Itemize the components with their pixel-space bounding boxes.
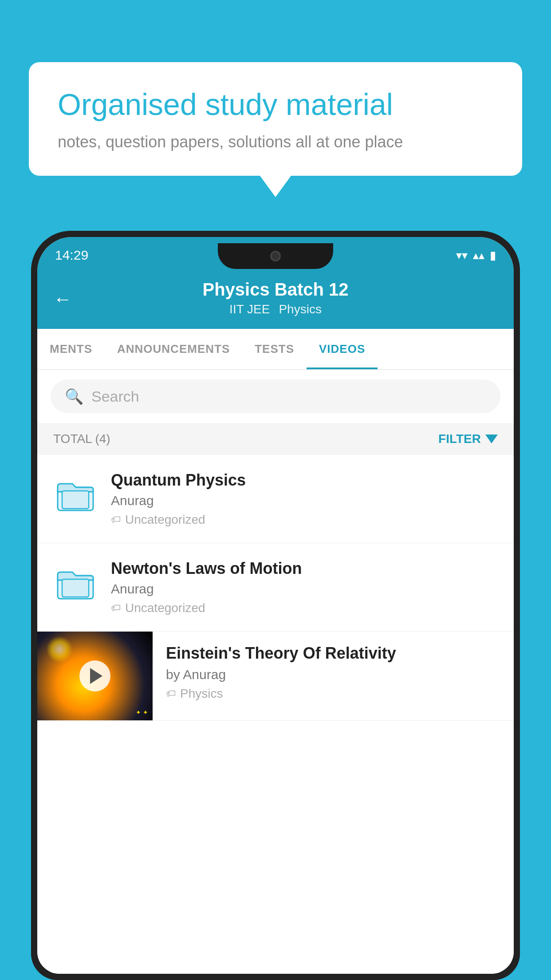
speech-bubble-wrapper: Organised study material notes, question…	[29, 62, 522, 176]
header-subtitle: IIT JEE Physics	[229, 302, 322, 316]
status-time: 14:29	[55, 248, 88, 263]
video-title: Quantum Physics	[111, 471, 498, 490]
tabs-bar: MENTS ANNOUNCEMENTS TESTS VIDEOS	[37, 329, 514, 370]
search-input[interactable]: Search	[91, 388, 139, 405]
video-tag: 🏷 Uncategorized	[111, 513, 498, 527]
tag-icon: 🏷	[111, 514, 121, 526]
play-button[interactable]	[79, 660, 110, 692]
folder-icon	[55, 564, 95, 604]
video-thumbnail: ✦ ✦	[37, 632, 153, 720]
tag-label: Uncategorized	[125, 513, 205, 527]
tab-ments[interactable]: MENTS	[37, 329, 105, 369]
video-author: Anurag	[111, 493, 498, 508]
search-bar[interactable]: 🔍 Search	[51, 379, 500, 413]
wifi-icon: ▾▾	[456, 249, 468, 262]
speech-bubble-title: Organised study material	[58, 87, 493, 123]
video-title: Newton's Laws of Motion	[111, 559, 498, 578]
volume-up-button[interactable]	[31, 364, 32, 404]
phone-notch	[218, 243, 333, 269]
tab-tests[interactable]: TESTS	[242, 329, 307, 369]
phone-frame: 14:29 ▾▾ ▴▴ ▮ ← Physics Batch 12 IIT JEE…	[31, 231, 520, 980]
back-button[interactable]: ←	[53, 288, 72, 310]
app-header: ← Physics Batch 12 IIT JEE Physics	[37, 269, 514, 329]
tag-icon: 🏷	[111, 602, 121, 614]
tab-announcements[interactable]: ANNOUNCEMENTS	[105, 329, 242, 369]
video-tag: 🏷 Physics	[166, 687, 500, 701]
phone-screen: 14:29 ▾▾ ▴▴ ▮ ← Physics Batch 12 IIT JEE…	[37, 237, 514, 974]
tag-icon: 🏷	[166, 688, 176, 699]
battery-icon: ▮	[490, 249, 496, 262]
speech-bubble: Organised study material notes, question…	[29, 62, 522, 176]
video-tag: 🏷 Uncategorized	[111, 601, 498, 615]
filter-button[interactable]: FILTER	[438, 432, 498, 446]
speech-bubble-subtitle: notes, question papers, solutions all at…	[58, 133, 493, 151]
front-camera	[270, 251, 281, 261]
power-button[interactable]	[519, 391, 520, 453]
svg-rect-1	[62, 491, 89, 509]
video-author: Anurag	[111, 581, 498, 597]
svg-rect-3	[62, 579, 89, 597]
list-item[interactable]: ✦ ✦ Einstein's Theory Of Relativity by A…	[37, 632, 514, 721]
total-count: TOTAL (4)	[53, 432, 110, 446]
list-item[interactable]: Quantum Physics Anurag 🏷 Uncategorized	[37, 455, 514, 543]
status-icons: ▾▾ ▴▴ ▮	[456, 249, 496, 262]
search-section: 🔍 Search	[37, 370, 514, 423]
video-list: Quantum Physics Anurag 🏷 Uncategorized	[37, 455, 514, 974]
volume-down-button[interactable]	[31, 417, 32, 457]
folder-icon-container	[53, 559, 98, 608]
tag-label: Uncategorized	[125, 601, 205, 615]
filter-icon	[485, 435, 498, 443]
video-info: Einstein's Theory Of Relativity by Anura…	[153, 632, 514, 713]
video-info: Quantum Physics Anurag 🏷 Uncategorized	[111, 471, 498, 527]
header-subtitle-iitjee: IIT JEE	[229, 302, 270, 316]
play-icon	[90, 668, 102, 684]
video-author: by Anurag	[166, 667, 500, 682]
folder-icon-container	[53, 471, 98, 520]
tab-videos[interactable]: VIDEOS	[307, 329, 378, 369]
video-title: Einstein's Theory Of Relativity	[166, 644, 500, 663]
list-item[interactable]: Newton's Laws of Motion Anurag 🏷 Uncateg…	[37, 543, 514, 632]
search-icon: 🔍	[65, 387, 83, 405]
folder-icon	[55, 475, 95, 515]
video-info: Newton's Laws of Motion Anurag 🏷 Uncateg…	[111, 559, 498, 615]
filter-bar: TOTAL (4) FILTER	[37, 423, 514, 455]
header-title: Physics Batch 12	[202, 280, 348, 300]
header-subtitle-physics: Physics	[279, 302, 321, 316]
filter-label: FILTER	[438, 432, 481, 446]
tag-label: Physics	[180, 687, 223, 701]
signal-icon: ▴▴	[473, 249, 484, 262]
